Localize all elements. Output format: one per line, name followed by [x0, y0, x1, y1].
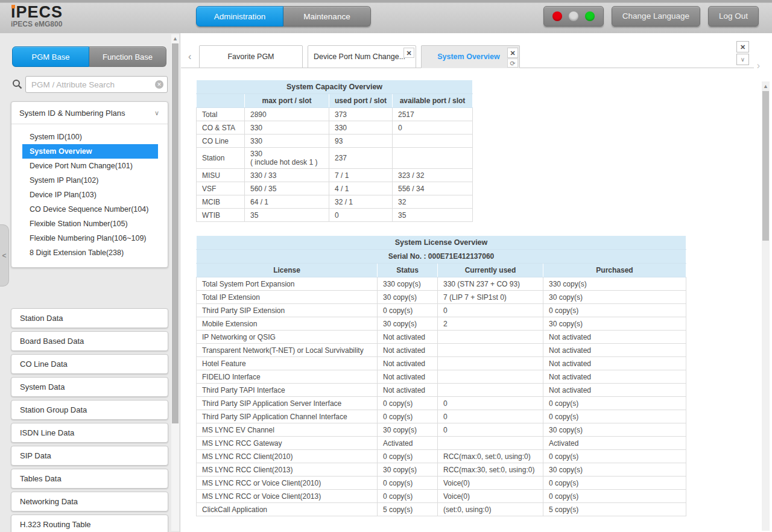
logout-button[interactable]: Log Out	[708, 6, 759, 27]
sidebar-section-tables-data[interactable]: Tables Data	[11, 469, 168, 489]
table-cell: Not activated	[378, 384, 438, 397]
column-header: License	[197, 264, 378, 277]
chevron-left-icon: <	[2, 252, 6, 260]
sidebar-section-board-based-data[interactable]: Board Based Data	[11, 331, 168, 351]
sidebar-item[interactable]: 8 Digit Extension Table(238)	[22, 245, 158, 260]
refresh-tab-icon[interactable]: ⟳	[507, 59, 518, 68]
scroll-up-icon[interactable]: ▲	[762, 83, 770, 89]
sidebar-section-sip-data[interactable]: SIP Data	[11, 446, 168, 466]
sidebar-item[interactable]: Device IP Plan(103)	[22, 188, 158, 202]
table-cell: 0 copy(s)	[378, 490, 438, 503]
content-tab-system-overview[interactable]: System Overview✕⟳	[421, 45, 520, 68]
tab-pgm-base[interactable]: PGM Base	[12, 46, 89, 67]
table-row: Third Party SIP Application Channel Inte…	[197, 410, 686, 423]
table-header-row: max port / slotused port / slotavailable…	[197, 94, 473, 108]
content-scrollbar[interactable]: ▲	[762, 81, 770, 531]
column-header: used port / slot	[329, 94, 393, 108]
table-cell: CO Line	[197, 135, 245, 148]
table-cell: 330	[329, 121, 393, 135]
table-cell: Third Party SIP Application Channel Inte…	[197, 410, 378, 423]
content-scrollbar-thumb[interactable]	[762, 91, 769, 241]
table-cell	[438, 437, 543, 450]
search-input[interactable]	[25, 76, 168, 93]
sidebar-section-h-323-routing-table[interactable]: H.323 Routing Table	[11, 515, 168, 532]
sidebar-item[interactable]: Flexible Numbering Plan(106~109)	[22, 231, 158, 245]
table-row: Total IP Extension30 copy(s)7 (LIP 7 + S…	[197, 291, 686, 304]
table-cell: RCC(max:0, set:0, using:0)	[438, 450, 543, 463]
table-cell: 5 copy(s)	[378, 503, 438, 516]
close-all-tabs-button[interactable]: ✕	[736, 41, 749, 52]
sidebar-section-isdn-line-data[interactable]: ISDN Line Data	[11, 423, 168, 443]
content-tab-device-port-num-change[interactable]: Device Port Num Change...✕	[308, 45, 416, 68]
table-cell: MS LYNC EV Channel	[197, 423, 378, 437]
table-row: Station330 ( include hot desk 1 )237	[197, 148, 473, 169]
table-cell: Transparent Network(T-NET) or Local Surv…	[197, 344, 378, 357]
sidebar-collapse-handle[interactable]: <	[0, 224, 9, 287]
table-cell: Not activated	[543, 331, 686, 344]
column-header: max port / slot	[245, 94, 329, 108]
sidebar-section-station-group-data[interactable]: Station Group Data	[11, 400, 168, 420]
table-title-row: System License Overview	[197, 236, 686, 250]
scroll-up-icon[interactable]: ▲	[171, 36, 179, 42]
table-cell: 2517	[393, 108, 473, 121]
table-cell: 0	[438, 410, 543, 423]
tab-scroll-right-icon[interactable]: ›	[757, 60, 760, 71]
sidebar-item[interactable]: System IP Plan(102)	[22, 173, 158, 188]
table-row: MS LYNC RCC or Voice Client(2010)0 copy(…	[197, 477, 686, 490]
sidebar-section-system-data[interactable]: System Data	[11, 377, 168, 397]
accordion-header[interactable]: System ID & Numbering Plans ∨	[11, 102, 168, 124]
app-window: iPECS iPECS eMG800 Administration Mainte…	[0, 0, 772, 532]
sidebar-item-selected[interactable]: System Overview	[22, 144, 158, 159]
table-row: Total System Port Expansion330 copy(s)33…	[197, 277, 686, 291]
sidebar-section-networking-data[interactable]: Networking Data	[11, 492, 168, 511]
table-cell: 30 copy(s)	[543, 423, 686, 437]
sidebar-item[interactable]: Flexible Station Number(105)	[22, 217, 158, 231]
sidebar-scrollbar[interactable]: ▲	[171, 34, 179, 531]
table-row: MS LYNC EV Channel30 copy(s)030 copy(s)	[197, 423, 686, 437]
sidebar-item[interactable]: CO Device Sequence Number(104)	[22, 202, 158, 217]
table-cell: 0 copy(s)	[543, 410, 686, 423]
sidebar-section-co-line-data[interactable]: CO Line Data	[11, 354, 168, 374]
tab-administration[interactable]: Administration	[196, 6, 283, 27]
tab-maintenance[interactable]: Maintenance	[283, 6, 371, 27]
table-row: MS LYNC RCC GatewayActivatedActivated	[197, 437, 686, 450]
table-cell: 330 ( include hot desk 1 )	[245, 148, 329, 169]
close-tab-icon[interactable]: ✕	[507, 48, 518, 58]
table-row: Third Party SIP Application Server Inter…	[197, 397, 686, 410]
table-row: Third Party SIP Extension0 copy(s)00 cop…	[197, 304, 686, 317]
table-cell: 0 copy(s)	[543, 490, 686, 503]
table-cell: Hotel Feature	[197, 357, 378, 370]
table-cell: 330 (STN 237 + CO 93)	[438, 277, 543, 291]
change-language-button[interactable]: Change Language	[612, 6, 700, 27]
sidebar-scrollbar-thumb[interactable]	[172, 43, 179, 423]
sidebar-item[interactable]: Device Port Num Change(101)	[22, 159, 158, 173]
tab-scroll-left-icon[interactable]: ‹	[188, 51, 191, 62]
sidebar-item[interactable]: System ID(100)	[22, 130, 158, 144]
column-header: Currently used	[438, 264, 543, 277]
table-cell: Total IP Extension	[197, 291, 378, 304]
tabbar-right-controls: ✕ ∨ ›	[736, 41, 749, 65]
table-cell	[393, 148, 473, 169]
clear-search-icon[interactable]: ✕	[155, 80, 163, 89]
table-cell: 7 / 1	[329, 169, 393, 182]
system-capacity-table: System Capacity Overview max port / slot…	[196, 80, 473, 222]
content-tab-favorite-pgm[interactable]: Favorite PGM	[199, 45, 303, 68]
table-cell: FIDELIO Interface	[197, 370, 378, 384]
table-row: Mobile Extension30 copy(s)230 copy(s)	[197, 317, 686, 331]
table-cell: 330	[245, 135, 329, 148]
tab-list-dropdown-button[interactable]: ∨	[736, 54, 749, 65]
table-cell: Third Party SIP Application Server Inter…	[197, 397, 378, 410]
status-light-gray-icon	[569, 11, 578, 21]
table-cell: Mobile Extension	[197, 317, 378, 331]
header-nav-tabs: Administration Maintenance	[196, 6, 371, 27]
sidebar: PGM Base Function Base ✕ System ID & Num…	[0, 33, 180, 532]
table-row: Total28903732517	[197, 108, 473, 121]
table-cell: 30 copy(s)	[543, 317, 686, 331]
close-tab-icon[interactable]: ✕	[403, 48, 414, 58]
sidebar-section-station-data[interactable]: Station Data	[11, 308, 168, 328]
table-cell: 5 copy(s)	[543, 503, 686, 516]
product-name: iPECS eMG800	[11, 20, 63, 28]
table-cell: Not activated	[543, 344, 686, 357]
table-cell: 4 / 1	[329, 182, 393, 195]
tab-function-base[interactable]: Function Base	[89, 46, 166, 67]
